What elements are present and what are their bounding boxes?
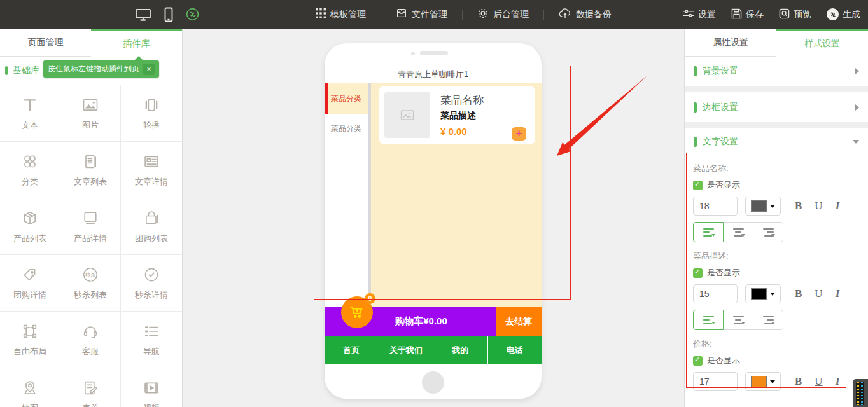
underline-button[interactable]: U — [815, 375, 822, 388]
tab-style-settings[interactable]: 样式设置 — [776, 29, 868, 57]
align-center-button[interactable] — [723, 310, 753, 330]
underline-button[interactable]: U — [815, 200, 822, 212]
generate-button[interactable]: 生成 — [827, 8, 860, 20]
desktop-icon[interactable] — [135, 7, 151, 22]
plugin-item-free-layout[interactable]: 自由布局 — [0, 312, 60, 368]
plugin-item-form[interactable]: 表单 — [60, 368, 121, 407]
section-background-settings[interactable]: 背景设置 — [685, 57, 868, 86]
menu-divider — [381, 10, 381, 20]
right-panel-tabs: 属性设置 样式设置 — [685, 29, 868, 57]
drag-hint-tooltip: 按住鼠标左键拖动插件到页 × — [43, 60, 159, 78]
section-text-settings[interactable]: 文字设置 — [685, 128, 868, 155]
plugin-item-groupbuy-detail[interactable]: 团购详情 — [0, 255, 60, 312]
font-size-input-price[interactable] — [693, 372, 738, 391]
tab-plugin-library[interactable]: 插件库 — [91, 29, 182, 57]
nav-item-phone[interactable]: 电话 — [488, 336, 542, 364]
page-builder-app: 模板管理 文件管理 后台管理 数据备份 设置 — [0, 0, 868, 407]
plugin-item-seckill-list[interactable]: 秒杀 秒杀列表 — [60, 255, 121, 312]
nav-item-about[interactable]: 关于我们 — [379, 336, 434, 364]
menu-file-manage[interactable]: 文件管理 — [395, 8, 449, 21]
dish-image-placeholder — [384, 92, 430, 138]
plugin-item-product-detail[interactable]: 产品详情 — [60, 198, 121, 255]
plugin-item-article-detail[interactable]: 文章详情 — [121, 142, 182, 198]
category-item-active[interactable]: 菜品分类 — [325, 83, 368, 114]
plugin-item-service[interactable]: 客服 — [60, 312, 121, 368]
menu-data-backup[interactable]: 数据备份 — [557, 8, 613, 21]
color-picker-dish-name[interactable] — [745, 197, 781, 216]
menu-backend-manage[interactable]: 后台管理 — [476, 8, 530, 21]
dish-description: 菜品描述 — [440, 110, 476, 121]
plugin-item-image[interactable]: 图片 — [60, 85, 121, 142]
italic-button[interactable]: I — [836, 375, 840, 388]
caret-down-icon — [770, 380, 775, 383]
show-checkbox[interactable] — [693, 268, 703, 278]
plugin-grid: 文本 图片 轮播 分类 文章列表 文章详情 — [0, 85, 182, 407]
section-border-settings[interactable]: 边框设置 — [685, 92, 868, 122]
checkout-button[interactable]: 去结算 — [496, 307, 542, 336]
align-left-button[interactable] — [693, 222, 724, 242]
tab-attribute-settings[interactable]: 属性设置 — [685, 29, 776, 57]
left-panel-tabs: 页面管理 插件库 — [0, 29, 182, 57]
nav-item-mine[interactable]: 我的 — [433, 336, 488, 364]
show-label: 是否显示 — [707, 267, 740, 279]
caret-down-icon — [770, 293, 775, 296]
style-settings-panel: 属性设置 样式设置 背景设置 边框设置 文字设置 菜品名称: 是否显示 — [684, 29, 868, 407]
gear-icon — [477, 8, 489, 21]
color-picker-price[interactable] — [745, 372, 781, 391]
bold-button[interactable]: B — [795, 287, 802, 300]
align-right-button[interactable] — [753, 310, 783, 330]
mobile-icon[interactable] — [164, 7, 173, 22]
menu-component[interactable]: 菜品分类 菜品分类 菜品名称 菜品描述 ¥ 0.00 + — [325, 83, 542, 308]
plugin-item-category[interactable]: 分类 — [0, 142, 60, 198]
add-to-cart-button[interactable]: + — [512, 127, 526, 141]
bold-button[interactable]: B — [795, 200, 802, 212]
plugin-item-groupbuy-list[interactable]: 团购列表 — [121, 198, 182, 255]
plugin-item-video[interactable]: 视频 — [121, 368, 182, 407]
align-center-button[interactable] — [723, 222, 753, 242]
show-checkbox[interactable] — [693, 356, 703, 366]
free-layout-icon — [21, 322, 39, 341]
close-icon[interactable]: × — [143, 64, 155, 75]
italic-button[interactable]: I — [836, 200, 840, 212]
plugin-item-text[interactable]: 文本 — [0, 85, 60, 142]
color-picker-dish-desc[interactable] — [745, 284, 781, 303]
italic-button[interactable]: I — [836, 287, 840, 300]
dish-card[interactable]: 菜品名称 菜品描述 ¥ 0.00 + — [379, 86, 535, 144]
category-item[interactable]: 菜品分类 — [325, 114, 368, 144]
dish-price: ¥ 0.00 — [440, 126, 467, 137]
svg-text:秒杀: 秒杀 — [85, 272, 95, 278]
plugin-item-article-list[interactable]: 文章列表 — [60, 142, 121, 198]
align-left-button[interactable] — [693, 310, 724, 330]
plugin-item-nav[interactable]: 导航 — [121, 312, 182, 368]
settings-button[interactable]: 设置 — [682, 8, 716, 20]
floating-widget[interactable] — [853, 379, 868, 407]
topbar-menu: 模板管理 文件管理 后台管理 数据备份 — [314, 0, 613, 29]
font-size-input-dish-name[interactable] — [693, 197, 738, 216]
plugin-item-seckill-detail[interactable]: 秒杀详情 — [121, 255, 182, 312]
show-checkbox[interactable] — [693, 181, 703, 190]
font-size-input-dish-desc[interactable] — [693, 284, 738, 303]
form-icon — [81, 378, 99, 397]
setting-label-dish-name: 菜品名称: — [693, 163, 860, 174]
underline-button[interactable]: U — [815, 287, 822, 300]
tab-page-manage[interactable]: 页面管理 — [0, 29, 91, 57]
menu-template-manage[interactable]: 模板管理 — [314, 8, 367, 20]
plugin-item-carousel[interactable]: 轮播 — [121, 85, 182, 142]
save-button[interactable]: 保存 — [731, 8, 764, 21]
nav-item-home[interactable]: 首页 — [325, 336, 379, 364]
product-detail-icon — [81, 209, 99, 228]
shop-title-bar[interactable]: 青青原上草咖啡厅1 — [325, 66, 542, 83]
text-settings-body: 菜品名称: 是否显示 B U I — [685, 155, 868, 407]
link-icon[interactable] — [186, 8, 199, 21]
bold-button[interactable]: B — [795, 375, 802, 388]
setting-label-price: 价格: — [693, 338, 860, 350]
plugin-item-product-list[interactable]: 产品列表 — [0, 198, 60, 255]
plugin-item-map[interactable]: 地图 — [0, 368, 60, 407]
groupbuy-detail-icon — [21, 265, 39, 284]
file-icon — [396, 8, 407, 21]
menu-divider — [462, 10, 463, 20]
seckill-detail-icon — [143, 265, 160, 284]
align-right-button[interactable] — [753, 222, 783, 242]
article-list-icon — [81, 152, 99, 171]
preview-button[interactable]: 预览 — [779, 8, 811, 21]
